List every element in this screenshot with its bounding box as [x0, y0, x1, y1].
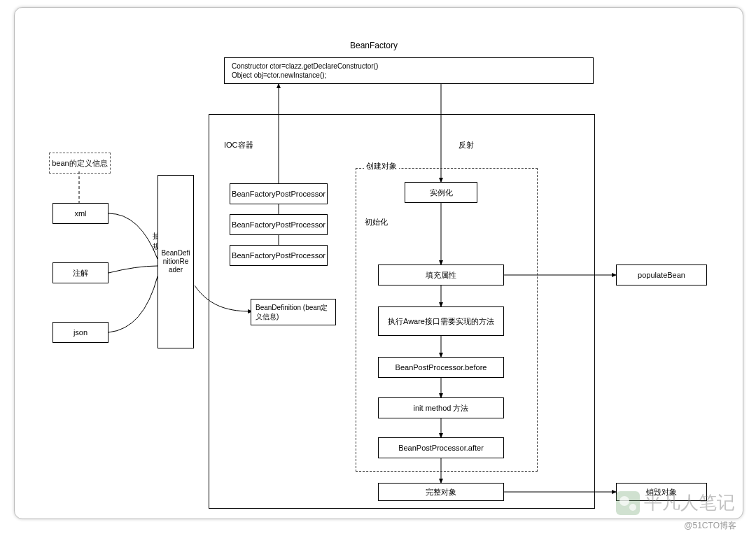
populate-bean-box: populateBean: [616, 265, 707, 285]
watermark-text: 平凡人笔记: [644, 491, 735, 515]
reflect-label: 反射: [458, 140, 474, 150]
reader-box: BeanDefinitionReader: [158, 175, 194, 348]
step-init: init method 方法: [378, 397, 504, 418]
bean-definition-box: BeanDefinition (bean定义信息): [251, 299, 336, 325]
bfpp-1: BeanFactoryPostProcessor: [230, 183, 328, 204]
constructor-box: Constructor ctor=clazz.getDeclareConstru…: [224, 57, 594, 84]
bfpp-2: BeanFactoryPostProcessor: [230, 214, 328, 235]
bfpp-3: BeanFactoryPostProcessor: [230, 245, 328, 266]
step-bpp-after: BeanPostProcessor.after: [378, 437, 504, 458]
diagram-title: BeanFactory: [350, 41, 398, 50]
create-label: 创建对象: [364, 161, 399, 171]
bean-def-note: bean的定义信息: [49, 153, 111, 174]
source-json: json: [52, 322, 108, 343]
step-populate: 填充属性: [378, 265, 504, 285]
step-bpp-before: BeanPostProcessor.before: [378, 357, 504, 378]
source-xml: xml: [52, 203, 108, 224]
watermark: 平凡人笔记: [616, 491, 735, 515]
step-aware: 执行Aware接口需要实现的方法: [378, 306, 504, 336]
attribution-text: @51CTO博客: [684, 520, 736, 532]
step-complete: 完整对象: [378, 483, 504, 501]
source-anno: 注解: [52, 262, 108, 283]
wechat-icon: [616, 491, 640, 515]
ioc-label: IOC容器: [224, 140, 253, 150]
step-instantiate: 实例化: [405, 182, 477, 203]
init-label: 初始化: [365, 217, 388, 227]
